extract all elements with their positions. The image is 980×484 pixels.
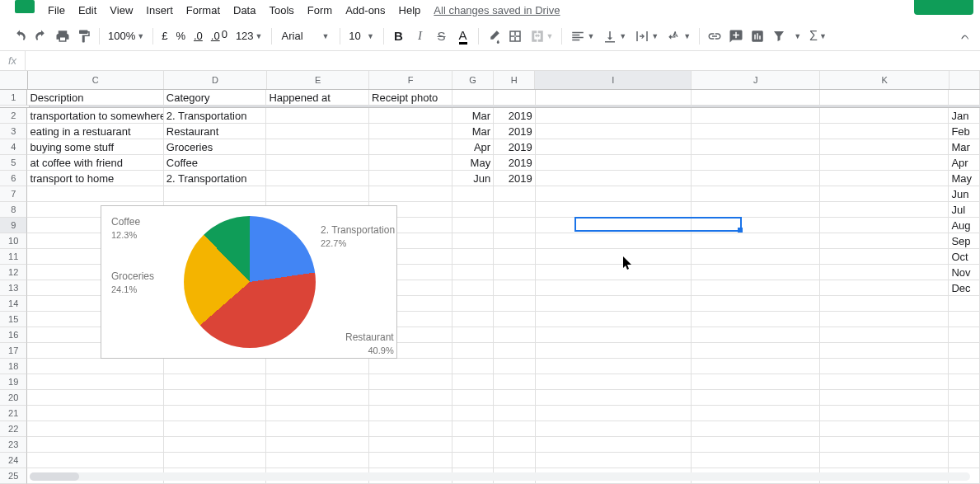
scrollbar-thumb[interactable] — [30, 472, 79, 481]
cell-I17[interactable] — [536, 343, 692, 359]
cell-L10[interactable]: Sep — [949, 233, 980, 249]
cell-C21[interactable] — [27, 406, 163, 421]
cell-K9[interactable] — [820, 218, 949, 233]
menu-edit[interactable]: Edit — [72, 1, 103, 20]
cell-J19[interactable] — [692, 374, 820, 390]
menu-file[interactable]: File — [41, 1, 72, 20]
cell-G23[interactable] — [452, 437, 495, 453]
cell-K21[interactable] — [820, 406, 949, 421]
cell-J2[interactable] — [692, 108, 820, 124]
cell-D23[interactable] — [164, 437, 267, 453]
insert-comment-button[interactable] — [726, 26, 746, 46]
row-header-3[interactable]: 3 — [0, 124, 27, 139]
merge-cells-button[interactable]: ▼ — [527, 29, 557, 44]
cell-I18[interactable] — [536, 359, 692, 374]
cell-J12[interactable] — [692, 265, 820, 280]
cell-I14[interactable] — [536, 296, 692, 312]
cell-K19[interactable] — [820, 374, 949, 390]
row-header-7[interactable]: 7 — [0, 186, 27, 202]
cell-K3[interactable] — [820, 124, 949, 139]
more-formats-button[interactable]: 123▼ — [232, 30, 266, 42]
cell-I24[interactable] — [536, 453, 692, 468]
cell-L11[interactable]: Oct — [949, 249, 980, 265]
cell-F20[interactable] — [369, 390, 452, 406]
cell-K5[interactable] — [820, 155, 949, 171]
cell-J24[interactable] — [692, 453, 820, 468]
cell-C3[interactable]: eating in a restuarant — [27, 124, 163, 139]
menu-help[interactable]: Help — [392, 1, 428, 20]
cell-E23[interactable] — [266, 437, 369, 453]
cell-I13[interactable] — [536, 280, 692, 296]
cell-H22[interactable] — [494, 421, 536, 437]
cell-E7[interactable] — [266, 186, 369, 202]
cell-E20[interactable] — [266, 390, 369, 406]
cell-J11[interactable] — [692, 249, 820, 265]
cell-I1[interactable] — [536, 90, 692, 106]
cell-C18[interactable] — [27, 359, 163, 374]
row-header-2[interactable]: 2 — [0, 108, 27, 124]
cell-K12[interactable] — [820, 265, 949, 280]
cell-L19[interactable] — [949, 374, 980, 390]
cell-E18[interactable] — [266, 359, 369, 374]
cell-E22[interactable] — [266, 421, 369, 437]
cell-I20[interactable] — [536, 390, 692, 406]
cell-K23[interactable] — [820, 437, 949, 453]
menu-tools[interactable]: Tools — [262, 1, 300, 20]
cell-E1[interactable]: Happened at — [266, 90, 369, 106]
insert-link-button[interactable] — [705, 26, 724, 46]
cell-I6[interactable] — [536, 171, 692, 186]
cell-F19[interactable] — [369, 374, 452, 390]
cell-G6[interactable]: Jun — [452, 171, 495, 186]
cell-F4[interactable] — [369, 139, 452, 155]
cell-K18[interactable] — [820, 359, 949, 374]
zoom-select[interactable]: 100%▼ — [105, 30, 148, 42]
cell-F1[interactable]: Receipt photo — [369, 90, 452, 106]
cell-H8[interactable] — [494, 202, 536, 218]
cell-L16[interactable] — [949, 327, 980, 343]
cell-H5[interactable]: 2019 — [494, 155, 536, 171]
cell-G22[interactable] — [452, 421, 495, 437]
horizontal-scrollbar[interactable] — [30, 472, 970, 481]
row-header-23[interactable]: 23 — [0, 437, 27, 453]
column-header-D[interactable]: D — [164, 71, 267, 89]
menu-data[interactable]: Data — [227, 1, 262, 20]
cell-L9[interactable]: Aug — [949, 218, 980, 233]
cell-G1[interactable] — [452, 90, 495, 106]
cell-C1[interactable]: Description — [27, 90, 163, 106]
text-rotation-button[interactable]: ▼ — [663, 29, 694, 44]
cell-H20[interactable] — [494, 390, 536, 406]
cell-J17[interactable] — [692, 343, 820, 359]
cell-G21[interactable] — [452, 406, 495, 421]
vertical-align-button[interactable]: ▼ — [599, 29, 630, 44]
filter-views-button[interactable]: ▼ — [790, 32, 804, 40]
cell-C2[interactable]: transportation to somewhere — [27, 108, 163, 124]
cell-H15[interactable] — [494, 312, 536, 327]
bold-button[interactable]: B — [389, 26, 409, 46]
percent-button[interactable]: % — [172, 30, 189, 42]
functions-button[interactable]: Σ▼ — [806, 29, 830, 44]
cell-K24[interactable] — [820, 453, 949, 468]
decrease-decimal-button[interactable]: .0 — [190, 30, 206, 42]
cell-H7[interactable] — [494, 186, 536, 202]
cell-C6[interactable]: transport to home — [27, 171, 163, 186]
cell-G19[interactable] — [452, 374, 495, 390]
cell-J3[interactable] — [692, 124, 820, 139]
cell-E6[interactable] — [266, 171, 369, 186]
column-header-F[interactable]: F — [369, 71, 452, 89]
cell-D5[interactable]: Coffee — [164, 155, 267, 171]
italic-button[interactable]: I — [410, 26, 430, 46]
column-header-C[interactable]: C — [28, 71, 165, 89]
cell-G15[interactable] — [452, 312, 495, 327]
cell-F2[interactable] — [369, 108, 452, 124]
cell-H10[interactable] — [494, 233, 536, 249]
cell-I10[interactable] — [536, 233, 692, 249]
cell-G14[interactable] — [452, 296, 495, 312]
cell-J16[interactable] — [692, 327, 820, 343]
cell-H17[interactable] — [494, 343, 536, 359]
cell-I16[interactable] — [536, 327, 692, 343]
text-color-button[interactable]: A — [453, 26, 473, 46]
cell-I21[interactable] — [536, 406, 692, 421]
cell-G20[interactable] — [452, 390, 495, 406]
cell-J8[interactable] — [692, 202, 820, 218]
cell-D1[interactable]: Category — [164, 90, 267, 106]
